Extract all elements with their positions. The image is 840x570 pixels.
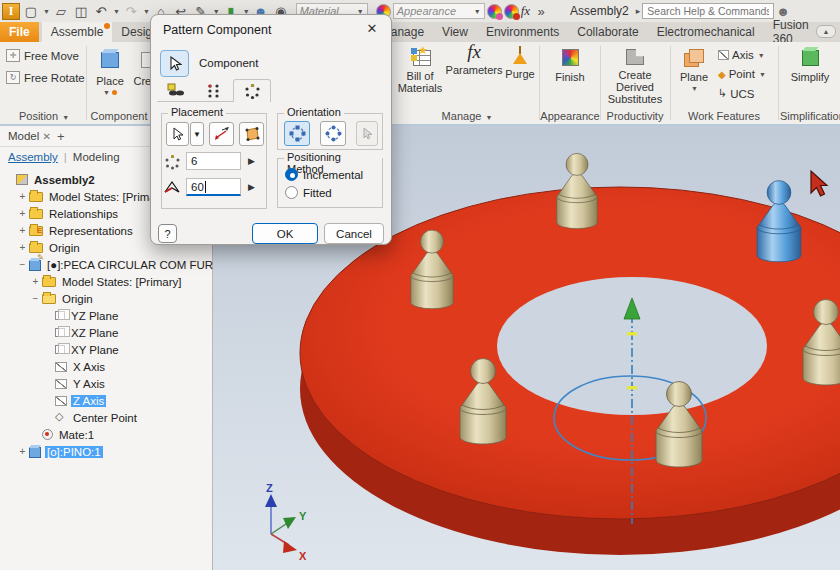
parameters-button[interactable]: fx Parameters: [446, 46, 502, 76]
part-blue-icon: [29, 447, 41, 458]
ribbon-tab-collaborate[interactable]: Collaborate: [568, 22, 647, 42]
assembly-icon: [16, 174, 28, 185]
tree-expand-toggle[interactable]: +: [17, 446, 28, 457]
badge-dot: [112, 90, 117, 95]
free-move-button[interactable]: ✛ Free Move: [6, 49, 79, 62]
panel-label-manage[interactable]: Manage ▼: [400, 110, 534, 122]
sign-in-user-icon[interactable]: ☻: [776, 4, 790, 19]
part-icon: [29, 260, 41, 271]
undo-icon[interactable]: ↶: [92, 2, 110, 20]
pin-component-selected[interactable]: [757, 181, 801, 262]
tree-expand-toggle[interactable]: +: [30, 276, 41, 287]
tree-item-origin[interactable]: −Origin: [0, 290, 212, 307]
angle-flyout-arrow[interactable]: ▶: [248, 182, 255, 192]
panel-label-simplification[interactable]: Simplification: [780, 110, 840, 122]
radio-incremental[interactable]: Incremental: [285, 168, 363, 181]
parameters-fx-icon[interactable]: fx: [521, 3, 530, 19]
panel-label-work-features[interactable]: Work Features: [674, 110, 774, 122]
free-rotate-button[interactable]: ↻ Free Rotate: [6, 71, 85, 84]
orientation-select-button-disabled: [356, 121, 378, 146]
tree-item-center-point[interactable]: Center Point: [0, 409, 212, 426]
ucs-button[interactable]: ↳ UCS: [718, 87, 755, 100]
save-icon[interactable]: ◫: [72, 2, 90, 20]
radio-fitted[interactable]: Fitted: [285, 186, 332, 199]
tab-rectangular-pattern[interactable]: [195, 79, 233, 102]
tree-item-xy-plane[interactable]: XY Plane: [0, 341, 212, 358]
placement-select-dropdown[interactable]: ▼: [190, 122, 204, 146]
flip-axis-icon: [214, 127, 230, 141]
tree-expand-toggle[interactable]: −: [30, 293, 41, 304]
axis-button[interactable]: Axis ▼: [718, 49, 765, 61]
assembly-mode-link[interactable]: Assembly: [8, 151, 58, 163]
orientation-rotational-button[interactable]: [320, 121, 346, 146]
orientation-group-label: Orientation: [284, 106, 344, 118]
pin-component[interactable]: [557, 153, 597, 228]
adjust-appearance-icon[interactable]: [487, 4, 502, 19]
ok-button[interactable]: OK: [252, 223, 318, 244]
ribbon-tab-electromechanical[interactable]: Electromechanical: [648, 22, 764, 42]
clear-appearance-icon[interactable]: [504, 4, 519, 19]
purge-button[interactable]: Purge: [502, 46, 538, 80]
create-derived-substitutes-button[interactable]: Create Derived Substitutes: [602, 46, 668, 105]
component-select-button[interactable]: [160, 50, 189, 77]
repr-icon: [29, 226, 43, 236]
pattern-type-tabs: [157, 79, 271, 102]
pattern-sketch-button[interactable]: [239, 122, 264, 146]
folder-icon: [29, 192, 43, 202]
chevron-down-icon[interactable]: ▼: [113, 8, 120, 15]
help-button[interactable]: ?: [158, 224, 177, 243]
orientation-identical-button[interactable]: [284, 121, 310, 146]
tree-expand-toggle[interactable]: +: [17, 242, 28, 253]
close-icon[interactable]: ✕: [43, 131, 51, 142]
count-input[interactable]: 6: [186, 152, 241, 170]
tree-item-o-pino-1[interactable]: +[o]:PINO:1: [0, 443, 212, 460]
count-flyout-arrow[interactable]: ▶: [248, 156, 255, 166]
cancel-button[interactable]: Cancel: [324, 223, 384, 244]
panel-label-position[interactable]: Position ▼: [8, 110, 80, 122]
modeling-mode-link[interactable]: Modeling: [73, 151, 120, 163]
point-button[interactable]: ◆ Point ▼: [718, 68, 766, 80]
browser-tab-model[interactable]: Model ✕: [8, 130, 51, 142]
new-file-icon[interactable]: ▢: [22, 2, 40, 20]
tree-item-model-states-primary[interactable]: +Model States: [Primary]: [0, 273, 212, 290]
tree-item-mate-1[interactable]: Mate:1: [0, 426, 212, 443]
document-title-arrow[interactable]: ▸: [636, 6, 641, 16]
ribbon-tab-environments[interactable]: Environments: [477, 22, 568, 42]
open-folder-icon[interactable]: ▱: [52, 2, 70, 20]
plane-button[interactable]: Plane ▼: [674, 46, 714, 95]
simplify-button[interactable]: Simplify: [784, 46, 836, 83]
panel-label-component[interactable]: Component: [88, 110, 150, 122]
tree-item-z-axis[interactable]: Z Axis: [0, 392, 212, 409]
ribbon-tab-assemble[interactable]: Assemble: [42, 22, 113, 42]
appearance-dropdown[interactable]: Appearance ▼: [393, 3, 485, 19]
tab-circular-pattern[interactable]: [233, 79, 271, 102]
inventor-logo[interactable]: I: [2, 3, 20, 20]
placement-select-button[interactable]: [166, 122, 189, 146]
search-input[interactable]: [642, 3, 774, 19]
tree-expand-toggle[interactable]: +: [17, 191, 28, 202]
tree-expand-toggle[interactable]: +: [17, 208, 28, 219]
panel-label-appearance[interactable]: Appearance: [540, 110, 600, 122]
tree-item-x-axis[interactable]: X Axis: [0, 358, 212, 375]
browser-add-tab-button[interactable]: +: [57, 129, 65, 144]
ribbon-tab-view[interactable]: View: [433, 22, 477, 42]
place-button[interactable]: Place ▼: [92, 46, 128, 99]
tree-expand-toggle[interactable]: −: [17, 259, 28, 270]
angle-input[interactable]: 60: [186, 178, 241, 196]
panel-label-productivity[interactable]: Productivity: [604, 110, 666, 122]
finish-button[interactable]: Finish: [544, 46, 596, 83]
chevron-down-icon[interactable]: ▼: [143, 8, 150, 15]
tree-expand-toggle[interactable]: +: [17, 225, 28, 236]
tree-item-xz-plane[interactable]: XZ Plane: [0, 324, 212, 341]
tree-item-y-axis[interactable]: Y Axis: [0, 375, 212, 392]
chevron-down-icon[interactable]: ▼: [43, 8, 50, 15]
ribbon-tab-file[interactable]: File: [0, 22, 39, 42]
ribbon-collapse-button[interactable]: ▲: [816, 25, 836, 38]
tree-item-yz-plane[interactable]: YZ Plane: [0, 307, 212, 324]
close-icon[interactable]: ✕: [363, 21, 381, 36]
tab-label: Electromechanical: [657, 25, 755, 39]
more-commands-chevrons[interactable]: »: [532, 2, 550, 20]
tree-item-peca-circular-com-furos-1[interactable]: −[●]:PECA CIRCULAR COM FUROS:1: [0, 256, 212, 273]
axis-direction-button[interactable]: [209, 122, 234, 146]
tab-feature-pattern[interactable]: [157, 79, 195, 102]
